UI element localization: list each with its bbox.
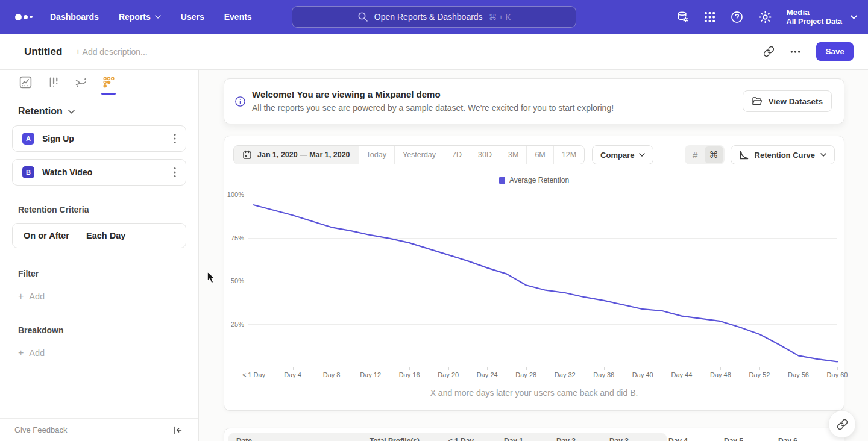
y-axis-label: 75% — [224, 234, 244, 242]
help-icon[interactable] — [730, 10, 744, 24]
table-column-header[interactable]: < 1 Day — [448, 437, 474, 441]
search-placeholder: Open Reports & Dashboards — [374, 12, 483, 22]
legend-swatch — [499, 177, 505, 184]
x-axis-tick — [487, 367, 488, 370]
event-card-watch-video[interactable]: BWatch Video — [12, 159, 186, 186]
chart-type-label: Retention Curve — [755, 151, 815, 160]
nav-item-events[interactable]: Events — [224, 12, 252, 22]
share-link-fab[interactable] — [828, 410, 856, 438]
table-column-header[interactable]: Day 2 — [556, 437, 576, 441]
table-column-header[interactable]: Total Profile(s) — [370, 437, 420, 441]
banner-title: Welcome! You are viewing a Mixpanel demo — [252, 89, 614, 101]
project-selector[interactable]: Media All Project Data — [787, 7, 857, 27]
criteria-unit-dropdown[interactable]: Each Day — [86, 231, 125, 240]
preset-3m[interactable]: 3M — [500, 146, 526, 164]
funnels-icon — [46, 75, 60, 89]
event-badge: B — [22, 166, 34, 178]
logo-dot — [30, 16, 33, 19]
x-axis-label: Day 56 — [788, 371, 809, 378]
global-search-input[interactable]: Open Reports & Dashboards ⌘ + K — [292, 6, 576, 28]
settings-gear-icon[interactable] — [758, 10, 772, 24]
preset-7d[interactable]: 7D — [444, 146, 470, 164]
tab-flows[interactable] — [74, 70, 88, 95]
x-axis-tick — [643, 367, 643, 370]
table-column-header[interactable]: Day 4 — [668, 437, 688, 441]
add-filter-button[interactable]: + Add — [18, 292, 198, 301]
y-axis-label: 50% — [224, 277, 244, 284]
apps-grid-icon[interactable] — [704, 11, 715, 23]
x-axis-line — [248, 367, 837, 367]
y-axis-label: 25% — [224, 321, 244, 328]
add-description-field[interactable]: + Add description... — [75, 47, 147, 57]
preset-today[interactable]: Today — [359, 146, 394, 164]
retention-table-card: DateTotal Profile(s)< 1 DayDay 1Day 2Day… — [224, 428, 844, 441]
event-label: Watch Video — [42, 167, 92, 177]
retention-curve-icon — [739, 150, 749, 160]
x-axis-label: Day 60 — [827, 371, 848, 378]
table-column-header[interactable]: Day 5 — [724, 437, 743, 441]
nav-item-dashboards[interactable]: Dashboards — [50, 12, 99, 22]
x-axis-tick — [837, 367, 838, 370]
chart-type-dropdown[interactable]: Retention Curve — [731, 145, 835, 164]
x-axis-label: < 1 Day — [242, 371, 265, 378]
x-axis-label: Day 8 — [323, 371, 341, 378]
event-card-sign-up[interactable]: ASign Up — [12, 125, 186, 152]
nav-item-label: Events — [224, 12, 252, 22]
table-column-header[interactable]: Day 6 — [778, 437, 797, 441]
collapse-sidebar-icon[interactable] — [173, 425, 183, 435]
date-range-picker[interactable]: Jan 1, 2020 — Mar 1, 2020 — [234, 146, 359, 164]
mixpanel-logo[interactable] — [15, 14, 43, 20]
nav-item-users[interactable]: Users — [181, 12, 204, 22]
x-axis-label: Day 52 — [749, 371, 770, 378]
retention-criteria-heading: Retention Criteria — [18, 205, 198, 214]
nav-item-label: Users — [181, 12, 204, 22]
preset-12m[interactable]: 12M — [553, 146, 584, 164]
curve-view-toggle[interactable]: ⌘ — [705, 146, 723, 163]
compare-button[interactable]: Compare — [592, 145, 653, 164]
x-axis-label: Day 16 — [399, 371, 420, 378]
report-type-tabs — [0, 70, 198, 95]
preset-6m[interactable]: 6M — [526, 146, 553, 164]
save-button[interactable]: Save — [816, 42, 854, 61]
date-presets: TodayYesterday7D30D3M6M12M — [359, 146, 585, 164]
grid-view-toggle[interactable]: # — [686, 146, 705, 163]
report-header: Untitled + Add description... Save — [0, 34, 868, 70]
event-options-kebab-icon[interactable] — [172, 164, 177, 180]
x-axis-tick — [720, 367, 721, 370]
data-management-icon[interactable] — [676, 10, 690, 24]
criteria-condition-dropdown[interactable]: On or After — [24, 231, 69, 240]
nav-item-label: Reports — [119, 12, 151, 22]
more-options-icon[interactable] — [790, 51, 800, 53]
x-axis-tick — [293, 367, 294, 370]
retention-chart-card: Jan 1, 2020 — Mar 1, 2020 TodayYesterday… — [224, 136, 844, 411]
x-axis-tick — [332, 367, 332, 370]
nav-item-reports[interactable]: Reports — [119, 12, 161, 22]
tab-insights[interactable] — [18, 70, 33, 95]
chevron-down-icon — [820, 153, 826, 157]
logo-dot — [15, 14, 22, 20]
table-column-header[interactable]: Date — [236, 437, 252, 441]
tab-retention[interactable] — [101, 70, 116, 95]
preset-yesterday[interactable]: Yesterday — [394, 146, 444, 164]
x-axis-tick — [799, 367, 799, 370]
event-options-kebab-icon[interactable] — [172, 131, 177, 146]
table-column-header[interactable]: Day 1 — [504, 437, 523, 441]
x-axis-tick — [565, 367, 565, 370]
x-axis-label: Day 12 — [360, 371, 381, 378]
welcome-banner: Welcome! You are viewing a Mixpanel demo… — [224, 78, 844, 124]
report-type-dropdown[interactable]: Retention — [18, 106, 198, 117]
x-axis-tick — [760, 367, 760, 370]
add-breakdown-button[interactable]: + Add — [18, 348, 198, 358]
table-column-header[interactable]: Day 3 — [609, 437, 629, 441]
copy-link-icon[interactable] — [763, 46, 775, 57]
view-datasets-button[interactable]: View Datasets — [743, 90, 832, 112]
flows-icon — [74, 75, 88, 89]
report-title[interactable]: Untitled — [24, 46, 62, 58]
y-axis-label: 100% — [224, 191, 244, 198]
x-axis-label: Day 44 — [671, 371, 692, 378]
give-feedback-link[interactable]: Give Feedback — [14, 425, 67, 434]
chart-view-toggle: # ⌘ — [685, 145, 725, 164]
preset-30d[interactable]: 30D — [470, 146, 500, 164]
tab-funnels[interactable] — [46, 70, 60, 95]
project-name: Media — [787, 7, 842, 17]
